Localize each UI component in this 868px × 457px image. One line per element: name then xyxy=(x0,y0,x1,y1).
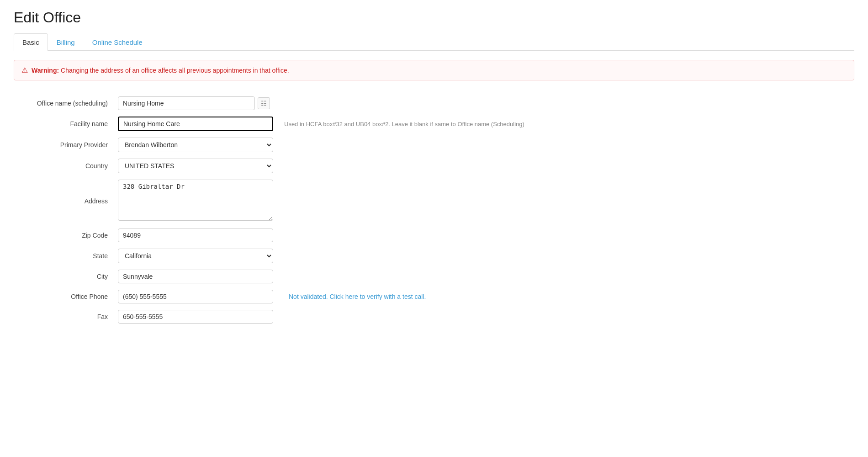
state-field-cell: California Alabama Alaska Arizona Arkans… xyxy=(114,245,279,266)
tab-basic[interactable]: Basic xyxy=(14,33,48,51)
primary-provider-field-cell: Brendan Wilberton xyxy=(114,134,279,155)
warning-icon: ⚠ xyxy=(21,66,28,74)
state-row: State California Alabama Alaska Arizona … xyxy=(14,245,854,266)
facility-name-field-cell xyxy=(114,113,279,134)
warning-bold: Warning: xyxy=(32,67,59,74)
form: Office name (scheduling) ☷ Facility name… xyxy=(14,93,854,327)
country-field-cell: UNITED STATES xyxy=(114,155,279,176)
office-phone-input[interactable] xyxy=(118,290,273,303)
fax-label: Fax xyxy=(14,307,114,327)
office-name-wrapper: ☷ xyxy=(118,96,275,110)
tab-online-schedule[interactable]: Online Schedule xyxy=(84,33,151,51)
warning-message: Changing the address of an office affect… xyxy=(61,67,289,74)
schedule-icon[interactable]: ☷ xyxy=(258,97,270,109)
office-phone-hint-cell: Not validated. Click here to verify with… xyxy=(279,287,854,307)
warning-banner: ⚠ Warning: Changing the address of an of… xyxy=(14,60,854,80)
city-input[interactable] xyxy=(118,270,273,283)
office-phone-row: Office Phone Not validated. Click here t… xyxy=(14,287,854,307)
warning-text: Warning: Changing the address of an offi… xyxy=(32,67,289,74)
office-name-label: Office name (scheduling) xyxy=(14,93,114,113)
city-label: City xyxy=(14,266,114,287)
facility-name-hint: Used in HCFA box#32 and UB04 box#2. Leav… xyxy=(279,113,854,134)
facility-name-row: Facility name Used in HCFA box#32 and UB… xyxy=(14,113,854,134)
office-name-field-cell: ☷ xyxy=(114,93,279,113)
zip-code-input[interactable] xyxy=(118,228,273,242)
state-select[interactable]: California Alabama Alaska Arizona Arkans… xyxy=(118,249,273,263)
country-label: Country xyxy=(14,155,114,176)
office-name-row: Office name (scheduling) ☷ xyxy=(14,93,854,113)
state-label: State xyxy=(14,245,114,266)
address-label: Address xyxy=(14,176,114,225)
city-row: City xyxy=(14,266,854,287)
office-phone-label: Office Phone xyxy=(14,287,114,307)
address-row: Address 328 Gibraltar Dr xyxy=(14,176,854,225)
city-field-cell xyxy=(114,266,279,287)
zip-code-label: Zip Code xyxy=(14,225,114,245)
fax-field-cell xyxy=(114,307,279,327)
address-input[interactable]: 328 Gibraltar Dr xyxy=(118,180,273,221)
primary-provider-select[interactable]: Brendan Wilberton xyxy=(118,138,273,152)
fax-row: Fax xyxy=(14,307,854,327)
facility-name-input[interactable] xyxy=(118,117,273,131)
phone-verify-link[interactable]: Not validated. Click here to verify with… xyxy=(289,293,426,300)
office-name-input[interactable] xyxy=(118,96,255,110)
tabs-bar: Basic Billing Online Schedule xyxy=(14,33,854,51)
office-phone-field-cell xyxy=(114,287,279,307)
primary-provider-label: Primary Provider xyxy=(14,134,114,155)
country-row: Country UNITED STATES xyxy=(14,155,854,176)
page-title: Edit Office xyxy=(14,9,854,26)
primary-provider-row: Primary Provider Brendan Wilberton xyxy=(14,134,854,155)
zip-code-row: Zip Code xyxy=(14,225,854,245)
tab-billing[interactable]: Billing xyxy=(48,33,84,51)
facility-name-label: Facility name xyxy=(14,113,114,134)
fax-input[interactable] xyxy=(118,310,273,324)
country-select[interactable]: UNITED STATES xyxy=(118,159,273,173)
address-field-cell: 328 Gibraltar Dr xyxy=(114,176,279,225)
zip-code-field-cell xyxy=(114,225,279,245)
